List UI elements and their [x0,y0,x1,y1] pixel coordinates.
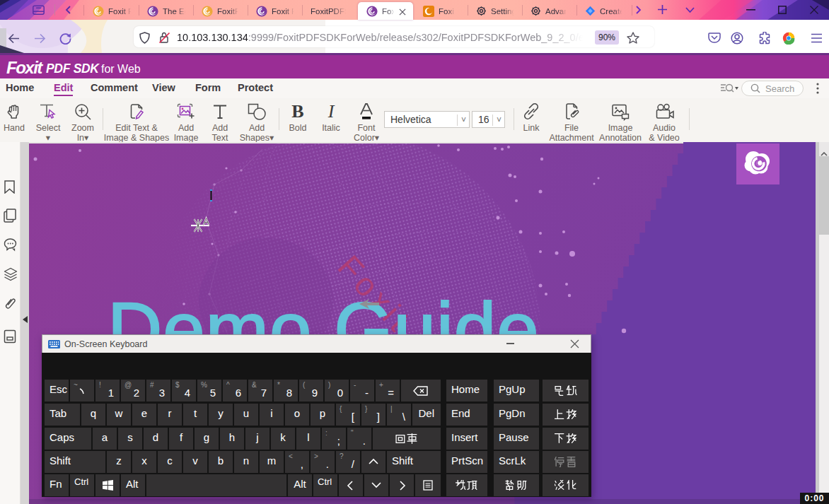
svg-text:B: B [291,102,303,121]
svg-text:I: I [327,102,335,121]
